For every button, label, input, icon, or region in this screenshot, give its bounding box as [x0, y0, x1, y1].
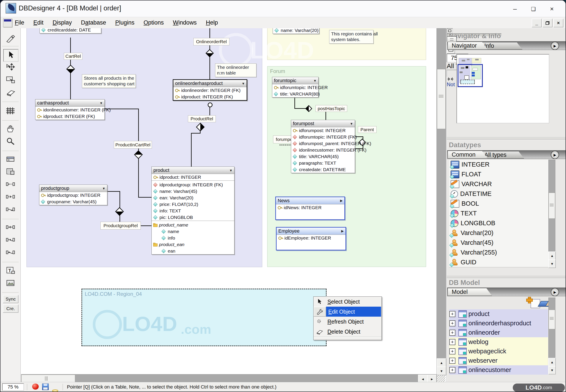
canvas-vscroll-down[interactable]: ▼	[437, 367, 446, 375]
table-row[interactable]: product_name	[152, 222, 234, 228]
table-row[interactable]: idproduct: INTEGER (FK)	[173, 94, 247, 100]
navigator-panel-arrow-button[interactable]: ▶	[551, 42, 559, 50]
save-icon[interactable]	[42, 384, 49, 390]
dbmodel-scroll-down[interactable]: ▼	[548, 366, 556, 374]
dbmodel-table-onlineorderhasproduct[interactable]: +onlineorderhasproduct	[449, 319, 548, 328]
relation-label-cartrel[interactable]: CartRel	[64, 53, 82, 60]
dbmodel-table-onlinecustomer[interactable]: +onlinecustomer	[449, 365, 548, 375]
table-product[interactable]: product▼idproduct: INTEGERidproductgroup…	[151, 167, 234, 254]
table-header[interactable]: Employee▶	[277, 228, 345, 235]
table-row[interactable]: idforumpost_parent: INTEGER (FK)	[291, 140, 355, 147]
table-row[interactable]: idEmployee: INTEGER	[277, 235, 345, 241]
table-collapse-icon[interactable]: ▼	[99, 101, 103, 105]
relation-label-onlineorderrel[interactable]: OnlineorderRel	[193, 38, 229, 45]
relation-label-productgrouprel[interactable]: ProductgroupRel	[100, 222, 141, 230]
table-row[interactable]: creditcarddate: DATE	[40, 28, 101, 33]
panel-splitter-2[interactable]	[447, 276, 566, 279]
diagram-note[interactable]: The onlineorder n:m table	[215, 63, 256, 77]
mdi-minimize-button[interactable]: _	[532, 19, 542, 27]
record-icon[interactable]	[32, 384, 39, 390]
table-header[interactable]: product▼	[152, 167, 234, 174]
context-menu-item-delete-object[interactable]: Delete Object	[313, 327, 382, 337]
table-row[interactable]: idproduct: INTEGER (FK)	[35, 113, 104, 120]
datatype-item-datetime[interactable]: DATETIME	[449, 189, 550, 199]
menu-item-plugins[interactable]: Plugins	[114, 19, 135, 27]
table-collapse-icon[interactable]: ▼	[229, 168, 232, 172]
dbmodel-table-webpageclick[interactable]: +webpageclick	[449, 347, 548, 356]
table-row[interactable]: paragraphs: TEXT	[291, 160, 355, 166]
expand-icon[interactable]: +	[449, 311, 455, 317]
datatype-item-varchar45[interactable]: Varchar(45)	[449, 238, 550, 248]
mdi-restore-button[interactable]	[542, 19, 552, 27]
table-row[interactable]: idproductgroup: INTEGER	[39, 192, 107, 198]
relation-11-tool[interactable]	[3, 222, 18, 234]
dbmodel-table-onlineorder[interactable]: +onlineorder	[449, 328, 548, 337]
menu-item-edit[interactable]: Edit	[33, 19, 44, 27]
table-collapse-icon[interactable]: ▶	[340, 199, 343, 203]
panel-splitter-1[interactable]	[447, 137, 566, 140]
expand-icon[interactable]: +	[449, 330, 455, 336]
datatypes-scroll-up[interactable]: ▲	[548, 252, 556, 260]
table-row[interactable]: idonlineorder: INTEGER (FK)	[173, 87, 247, 94]
grid-tool[interactable]	[3, 105, 18, 117]
pointer-tool[interactable]	[3, 49, 18, 62]
table-row[interactable]: info	[152, 235, 234, 241]
context-menu-item-select-object[interactable]: Select Object	[313, 297, 382, 307]
table-header[interactable]: productgroup▼	[39, 185, 107, 192]
context-menu-item-refresh-object[interactable]: Refresh Object	[313, 317, 382, 327]
mdi-close-button[interactable]: ×	[553, 19, 563, 27]
relation-label-productrel[interactable]: ProductRel	[188, 115, 216, 122]
dbmodel-table-webserver[interactable]: +webserver	[449, 356, 548, 365]
datatype-item-bool[interactable]: BOOL	[449, 199, 550, 209]
expand-icon[interactable]: +	[449, 367, 455, 373]
table-row[interactable]: idforumtopic: INTEGER (FK)	[291, 134, 355, 140]
table-productgroup[interactable]: productgroup▼idproductgroup: INTEGERgrou…	[39, 185, 107, 205]
table-clipped-1[interactable]: name: Varchar(20)	[273, 28, 319, 34]
table-collapse-icon[interactable]: ▼	[102, 187, 105, 190]
eraser-tool[interactable]	[3, 87, 18, 98]
menu-item-file[interactable]: File	[14, 19, 25, 27]
minimize-button[interactable]: –	[510, 5, 520, 13]
datatypes-panel-arrow-button[interactable]: ▶	[551, 151, 559, 159]
table-clipped-0[interactable]: creditcarddate: DATE	[40, 28, 101, 33]
relation-label-posthastopic[interactable]: postHasTopic	[315, 105, 347, 112]
table-collapse-icon[interactable]: ▼	[313, 79, 317, 83]
navigator-minimap[interactable]	[456, 54, 549, 123]
zoom-tool[interactable]	[3, 136, 18, 148]
table-collapse-icon[interactable]: ▼	[242, 82, 245, 85]
table-row[interactable]: name: Varchar(45)	[152, 188, 234, 195]
table-row[interactable]: info: TEXT	[152, 208, 234, 214]
table-row[interactable]: price: FLOAT(10,2)	[152, 201, 234, 208]
relation-1nn-dashed-tool[interactable]	[3, 192, 18, 203]
datatype-item-float[interactable]: FLOAT	[449, 169, 550, 179]
table-Employee[interactable]: Employee▶idEmployee: INTEGER	[276, 227, 346, 250]
expand-icon[interactable]: +	[449, 348, 455, 354]
datatype-item-longblob[interactable]: LONGBLOB	[449, 218, 550, 228]
design-tool[interactable]	[3, 33, 18, 45]
move-tool[interactable]	[3, 62, 18, 73]
select-region-tool[interactable]	[3, 74, 18, 86]
datatype-item-varchar20[interactable]: Varchar(20)	[449, 228, 550, 238]
table-row[interactable]: idonlinecustomer: INTEGER (FK)	[35, 107, 104, 113]
dbmodel-panel-arrow-button[interactable]: ▶	[551, 288, 559, 296]
relation-nm2-tool[interactable]	[3, 247, 18, 259]
menu-item-help[interactable]: Help	[205, 19, 219, 27]
relation-1n-dashed-tool[interactable]	[3, 179, 18, 191]
datatype-item-text[interactable]: TEXT	[449, 209, 550, 219]
canvas-vscroll-thumb[interactable]	[437, 69, 446, 129]
expand-icon[interactable]: +	[449, 358, 455, 364]
pan-tool[interactable]	[3, 123, 18, 135]
table-forumtopic[interactable]: forumtopic▼idforumtopic: INTEGERtitle: V…	[272, 77, 319, 98]
table-row[interactable]: ean: Varchar(20)	[152, 195, 234, 201]
datatypes-scroll-down[interactable]: ▼	[548, 260, 556, 268]
table-header[interactable]: forumtopic▼	[272, 77, 318, 84]
table-row[interactable]: product_ean	[152, 241, 234, 248]
table-row[interactable]: name	[152, 228, 234, 235]
tab-model[interactable]: Model	[448, 288, 492, 296]
maximize-button[interactable]: ❑	[528, 6, 538, 12]
expand-icon[interactable]: +	[449, 320, 455, 326]
datatype-item-guid[interactable]: GUID	[449, 257, 550, 267]
new-table-tool[interactable]: R:	[3, 154, 18, 166]
table-row[interactable]: idonlinecustomer: INTEGER (FK)	[291, 147, 355, 153]
diagram-note[interactable]: Stores all products in the customer's sh…	[82, 74, 136, 88]
